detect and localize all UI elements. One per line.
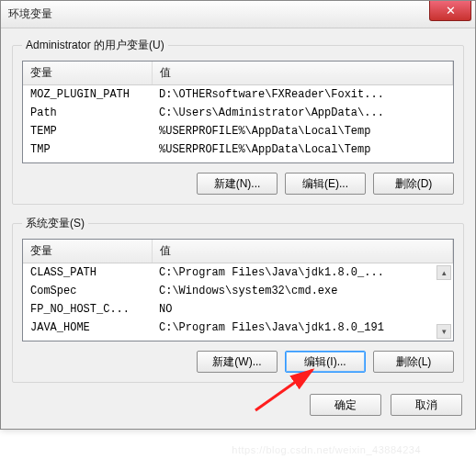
col-header-val[interactable]: 值 xyxy=(152,62,453,85)
cell-val: NO xyxy=(152,300,453,319)
cell-var: Path xyxy=(23,104,152,122)
cell-val: C:\Users\Administrator\AppData\... xyxy=(152,104,453,122)
table-row[interactable]: ComSpec C:\Windows\system32\cmd.exe xyxy=(23,282,453,300)
table-row[interactable]: Path C:\Users\Administrator\AppData\... xyxy=(23,104,453,122)
cancel-button[interactable]: 取消 xyxy=(391,394,462,416)
dialog-buttons: 确定 取消 xyxy=(12,394,464,416)
col-header-var[interactable]: 变量 xyxy=(23,62,152,85)
cell-var: FP_NO_HOST_C... xyxy=(23,300,152,319)
cell-var: TEMP xyxy=(23,122,152,140)
user-vars-buttons: 新建(N)... 编辑(E)... 删除(D) xyxy=(22,173,454,195)
user-vars-group: Administrator 的用户变量(U) 变量 值 MOZ_PLUGIN_P… xyxy=(12,38,464,205)
system-vars-table[interactable]: 变量 值 CLASS_PATH C:\Program Files\Java\jd… xyxy=(23,240,453,337)
system-new-button[interactable]: 新建(W)... xyxy=(197,351,278,373)
window-title: 环境变量 xyxy=(8,6,52,22)
close-icon: ✕ xyxy=(446,4,456,17)
user-vars-table-wrap: 变量 值 MOZ_PLUGIN_PATH D:\OTHERsoftware\FX… xyxy=(22,61,454,163)
table-row[interactable]: TMP %USERPROFILE%\AppData\Local\Temp xyxy=(23,140,453,159)
system-vars-buttons: 新建(W)... 编辑(I)... 删除(L) xyxy=(22,351,454,373)
titlebar: 环境变量 ✕ xyxy=(1,1,475,28)
table-row[interactable]: JAVA_HOME C:\Program Files\Java\jdk1.8.0… xyxy=(23,319,453,337)
cell-val: %USERPROFILE%\AppData\Local\Temp xyxy=(152,122,453,140)
col-header-val[interactable]: 值 xyxy=(152,240,453,263)
user-vars-legend: Administrator 的用户变量(U) xyxy=(22,38,168,53)
system-vars-table-wrap: 变量 值 CLASS_PATH C:\Program Files\Java\jd… xyxy=(22,239,454,341)
dialog-content: Administrator 的用户变量(U) 变量 值 MOZ_PLUGIN_P… xyxy=(1,28,475,429)
cell-var: TMP xyxy=(23,140,152,159)
user-delete-button[interactable]: 删除(D) xyxy=(373,173,454,195)
watermark-text: https://blog.csdn.net/weixin_43884234 xyxy=(232,444,421,455)
cell-val: C:\Program Files\Java\jdk1.8.0_191 xyxy=(152,319,453,337)
ok-button[interactable]: 确定 xyxy=(310,394,381,416)
col-header-var[interactable]: 变量 xyxy=(23,240,152,263)
cell-var: JAVA_HOME xyxy=(23,319,152,337)
user-new-button[interactable]: 新建(N)... xyxy=(197,173,278,195)
user-edit-button[interactable]: 编辑(E)... xyxy=(285,173,366,195)
cell-var: MOZ_PLUGIN_PATH xyxy=(23,85,152,105)
system-edit-button[interactable]: 编辑(I)... xyxy=(285,351,366,373)
cell-val: D:\OTHERsoftware\FXReader\Foxit... xyxy=(152,85,453,105)
user-vars-table[interactable]: 变量 值 MOZ_PLUGIN_PATH D:\OTHERsoftware\FX… xyxy=(23,62,453,159)
scroll-down-icon[interactable]: ▾ xyxy=(436,324,451,339)
scroll-up-icon[interactable]: ▴ xyxy=(436,265,451,280)
cell-val: C:\Program Files\Java\jdk1.8.0_... xyxy=(152,263,453,283)
close-button[interactable]: ✕ xyxy=(429,1,471,21)
cell-val: C:\Windows\system32\cmd.exe xyxy=(152,282,453,300)
cell-val: %USERPROFILE%\AppData\Local\Temp xyxy=(152,140,453,159)
table-row[interactable]: FP_NO_HOST_C... NO xyxy=(23,300,453,319)
cell-var: CLASS_PATH xyxy=(23,263,152,283)
table-row[interactable]: CLASS_PATH C:\Program Files\Java\jdk1.8.… xyxy=(23,263,453,283)
table-row[interactable]: MOZ_PLUGIN_PATH D:\OTHERsoftware\FXReade… xyxy=(23,85,453,105)
system-vars-legend: 系统变量(S) xyxy=(22,216,88,231)
cell-var: ComSpec xyxy=(23,282,152,300)
system-vars-group: 系统变量(S) 变量 值 CLASS_PATH C:\Program Files… xyxy=(12,216,464,383)
env-vars-dialog: 环境变量 ✕ Administrator 的用户变量(U) 变量 值 xyxy=(0,0,476,430)
table-row[interactable]: TEMP %USERPROFILE%\AppData\Local\Temp xyxy=(23,122,453,140)
system-delete-button[interactable]: 删除(L) xyxy=(373,351,454,373)
